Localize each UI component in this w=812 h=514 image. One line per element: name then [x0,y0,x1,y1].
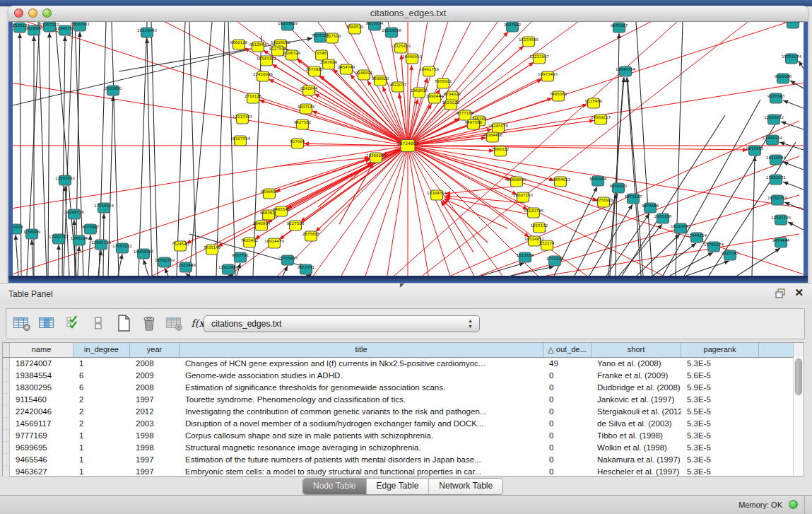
column-header-short[interactable]: short [592,343,681,357]
network-node[interactable]: 252274 [540,240,555,250]
network-node[interactable]: 12093832 [764,115,784,124]
network-node[interactable]: 9474444 [642,203,659,213]
column-header-name[interactable]: name [10,343,73,357]
select-rows-button[interactable] [63,314,82,332]
create-column-button[interactable] [114,314,133,332]
show-columns-button[interactable] [37,314,57,332]
network-node[interactable]: 12923448 [176,262,196,272]
tab-node-table[interactable]: Node Table [303,479,367,494]
delete-columns-button[interactable] [139,314,158,332]
network-node[interactable]: 2675685 [306,66,324,76]
table-select-dropdown[interactable]: citations_edges.txt ▲▼ [204,315,480,332]
tab-edge-table[interactable]: Edge Table [367,479,430,494]
network-node[interactable]: 16245578 [488,123,508,133]
network-node[interactable]: 1645194 [71,235,88,245]
network-node[interactable]: 12213383 [233,114,252,124]
network-node[interactable]: 12505135 [771,215,791,225]
network-node[interactable]: 7524540 [172,241,189,251]
column-header-year[interactable]: year [130,343,180,357]
table-row[interactable]: 1872400712008Changes of HCN gene express… [3,358,804,370]
network-node[interactable]: 20364486 [483,132,502,142]
network-node[interactable]: 19218506 [382,28,401,37]
column-header-pagerank[interactable]: pagerank [681,343,759,357]
column-header-in_degree[interactable]: in_degree [73,343,130,357]
network-node[interactable]: 9146821 [355,70,373,80]
network-node[interactable]: 16782759 [767,195,787,205]
network-node[interactable]: 16210643 [137,28,157,37]
network-node[interactable]: 2087682 [504,22,522,32]
network-node[interactable]: 6958923 [610,183,628,193]
network-node[interactable]: 8912954 [249,42,267,52]
network-node[interactable]: 12942757 [49,234,69,244]
table-row[interactable]: 969969511998Structural magnetic resonanc… [3,442,804,454]
network-node[interactable]: 9329966 [25,25,43,35]
network-node[interactable]: 2935156 [654,214,672,223]
network-node[interactable]: 9115460 [585,98,603,108]
network-node[interactable]: 13654923 [551,177,570,187]
network-node[interactable]: 17957222 [112,243,132,253]
network-node[interactable]: 16210643 [766,155,786,165]
network-node[interactable]: 9474444 [772,238,790,247]
network-node[interactable]: 9465546 [273,206,290,216]
network-node[interactable]: 12213967 [529,54,549,64]
network-node[interactable]: 10688609 [507,177,526,187]
table-row[interactable]: 946554611997Estimation of the future num… [3,454,804,466]
network-node[interactable]: 8813054 [366,22,384,30]
network-node[interactable]: 19958167 [134,249,153,259]
network-node[interactable]: 17359924 [94,203,114,213]
network-node[interactable]: 8215953 [746,146,764,156]
network-node[interactable]: 16154838 [519,37,539,47]
table-row[interactable]: 977716911998Corpus callosum shape and si… [3,430,804,442]
network-node[interactable]: 16033809 [783,22,803,28]
network-node[interactable]: 6497568 [465,119,483,129]
table-row[interactable]: 1456911722003Disruption of a novel membe… [3,418,804,430]
column-header-out_degree[interactable]: △ out_de... [543,343,592,357]
row-height-button[interactable] [88,314,107,332]
network-node[interactable]: 7635149 [204,245,221,255]
network-node[interactable]: 2803144 [298,104,315,114]
network-node[interactable]: 16914479 [264,238,284,248]
splitter-handle-icon[interactable]: ◤ [400,282,404,288]
network-canvas[interactable]: 8860128891295418226058912750581863281654… [13,22,804,276]
network-node[interactable]: 7986322 [492,146,510,156]
table-row[interactable]: 946362711997Embryonic stem cells: a mode… [3,466,804,478]
network-node[interactable]: 9699695 [261,189,278,199]
network-node[interactable]: 2630650 [105,86,122,95]
table-row[interactable]: 911546021997Tourette syndrome. Phenomeno… [3,394,804,406]
network-node[interactable]: 12505135 [91,240,111,250]
network-node[interactable]: 1156889 [23,229,41,239]
column-header-rowhdr[interactable] [3,343,10,357]
table-mode-button[interactable] [12,314,31,332]
network-node[interactable]: 1621022 [442,100,460,110]
table-row[interactable]: 1938455462009Genome-wide association stu… [3,370,804,382]
network-node[interactable]: 7425402 [241,238,259,247]
network-node[interactable]: 1588520 [346,24,364,34]
network-node[interactable]: 1615132 [531,223,548,233]
network-node[interactable]: 917006 [290,139,305,148]
network-node[interactable]: 9975887 [82,224,100,234]
network-node[interactable]: 1640994 [253,221,271,230]
network-node[interactable]: 16033809 [278,22,298,30]
network-node[interactable]: 1513614 [517,252,534,262]
tab-network-table[interactable]: Network Table [429,479,502,494]
network-node[interactable]: 16543382 [257,56,276,66]
network-node[interactable]: 839199 [13,224,23,234]
network-window-titlebar[interactable]: citations_edges.txt [8,6,808,22]
network-node[interactable]: 2675685 [302,231,320,241]
table-row[interactable]: 2242004622012Investigating the contribut… [3,406,804,418]
vertical-scrollbar[interactable] [793,357,804,476]
network-node[interactable]: 16961758 [419,66,439,76]
close-panel-icon[interactable]: ✕ [794,287,804,298]
network-node[interactable]: 9227343 [722,250,739,260]
float-panel-icon[interactable] [775,288,787,298]
network-node[interactable]: 14569117 [591,115,611,124]
network-node[interactable]: 9975887 [611,23,628,33]
network-node[interactable]: 9329966 [775,74,792,83]
network-node[interactable]: 8454749 [338,64,355,74]
network-node[interactable]: 9127508 [287,221,305,230]
network-node[interactable]: 16640910 [402,54,422,64]
network-node[interactable]: 1640954 [589,176,607,186]
network-node[interactable]: 16120796 [524,208,543,218]
network-node[interactable]: 18107554 [230,136,250,146]
scrollbar-thumb[interactable] [795,358,802,395]
